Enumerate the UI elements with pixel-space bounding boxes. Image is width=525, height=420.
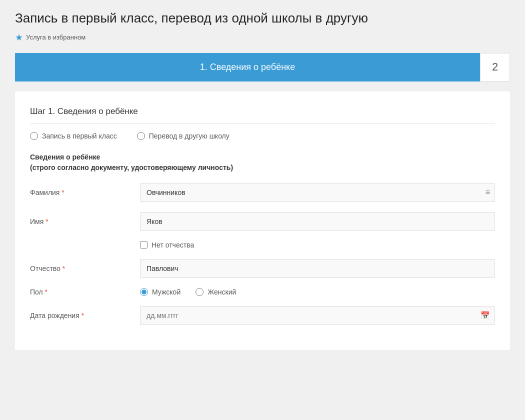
no-patronymic-label: Нет отчества (152, 241, 194, 249)
first-name-required: * (46, 218, 48, 226)
birthdate-label: Дата рождения * (30, 312, 140, 320)
last-name-row: Фамилия * ≡ (30, 183, 495, 202)
gender-label: Пол * (30, 288, 140, 296)
favorite-label: Услуга в избранном (26, 34, 86, 41)
first-name-label: Имя * (30, 218, 140, 226)
option-first-class-label: Запись в первый класс (42, 132, 117, 140)
first-name-input[interactable] (140, 212, 495, 231)
step-current-label: 1. Сведения о ребёнке (15, 53, 480, 82)
option-transfer[interactable]: Перевод в другую школу (137, 132, 230, 140)
page-title: Запись в первый класс, перевод из одной … (15, 10, 510, 27)
step-header: 1. Сведения о ребёнке 2 (15, 53, 510, 82)
patronymic-row: Отчество * (30, 259, 495, 278)
birthdate-required: * (82, 312, 84, 320)
radio-female[interactable] (196, 288, 204, 296)
menu-icon: ≡ (486, 188, 490, 197)
radio-male[interactable] (140, 288, 148, 296)
last-name-label: Фамилия * (30, 188, 140, 196)
gender-options-wrapper: Мужской Женский (140, 288, 495, 296)
last-name-required: * (62, 188, 64, 196)
patronymic-required: * (62, 264, 65, 272)
calendar-icon: 📅 (480, 311, 490, 320)
gender-male-option[interactable]: Мужской (140, 288, 180, 296)
no-patronymic-row: Нет отчества (140, 241, 495, 249)
radio-transfer[interactable] (137, 132, 145, 140)
last-name-input[interactable] (140, 183, 495, 202)
first-name-row: Имя * (30, 212, 495, 231)
service-type-row: Запись в первый класс Перевод в другую ш… (30, 132, 495, 140)
birthdate-input[interactable] (140, 306, 495, 325)
no-patronymic-checkbox[interactable] (140, 241, 148, 248)
radio-first-class[interactable] (30, 132, 38, 140)
patronymic-input[interactable] (140, 259, 495, 278)
star-icon: ★ (15, 32, 23, 43)
first-name-input-wrapper (140, 212, 495, 231)
child-info-title-line2: (строго согласно документу, удостоверяющ… (30, 162, 495, 173)
gender-female-label: Женский (208, 288, 236, 296)
birthdate-row: Дата рождения * 📅 (30, 306, 495, 325)
form-card: Шаг 1. Сведения о ребёнке Запись в первы… (15, 92, 510, 350)
child-info-title: Сведения о ребёнке (строго согласно доку… (30, 152, 495, 173)
birthdate-input-wrapper: 📅 (140, 306, 495, 325)
favorite-row[interactable]: ★ Услуга в избранном (15, 32, 510, 43)
gender-row: Пол * Мужской Женский (30, 288, 495, 296)
gender-male-label: Мужской (152, 288, 180, 296)
patronymic-label: Отчество * (30, 264, 140, 272)
option-transfer-label: Перевод в другую школу (149, 132, 230, 140)
gender-options: Мужской Женский (140, 288, 495, 296)
gender-required: * (45, 288, 48, 296)
child-info-title-line1: Сведения о ребёнке (30, 152, 495, 162)
page-wrapper: Запись в первый класс, перевод из одной … (0, 0, 525, 360)
patronymic-input-wrapper (140, 259, 495, 278)
gender-female-option[interactable]: Женский (196, 288, 236, 296)
form-section-title: Шаг 1. Сведения о ребёнке (30, 106, 495, 124)
step-total-count: 2 (480, 53, 510, 82)
option-first-class[interactable]: Запись в первый класс (30, 132, 117, 140)
last-name-input-wrapper: ≡ (140, 183, 495, 202)
